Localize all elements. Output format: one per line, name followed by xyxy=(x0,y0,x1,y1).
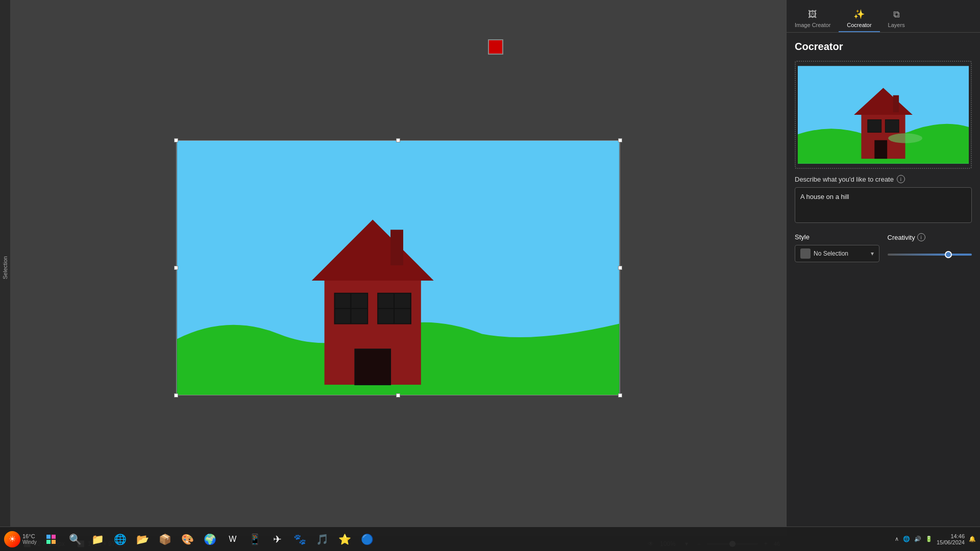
svg-rect-9 xyxy=(355,349,390,385)
weather-desc: Windy xyxy=(22,539,37,545)
weather-icon: ☀ xyxy=(4,531,20,547)
style-col: Style No Selection ▾ xyxy=(795,233,879,262)
network-icon: 🌐 xyxy=(903,536,910,542)
taskbar-app6[interactable]: ⭐ xyxy=(335,529,355,549)
tab-cocreator[interactable]: ✨ Cocreator xyxy=(839,6,879,32)
cocreator-title: Cocreator xyxy=(795,41,972,53)
taskbar-search[interactable]: 🔍 xyxy=(65,529,86,549)
taskbar-apps: 🔍 📁 🌐 📂 📦 🎨 🌍 W 📱 ✈ 🐾 🎵 ⭐ 🔵 xyxy=(65,529,378,549)
creativity-thumb xyxy=(945,251,952,258)
describe-label: Describe what you'd like to create i xyxy=(795,175,972,183)
creativity-label-text: Creativity xyxy=(888,234,915,241)
taskbar-browser[interactable]: 🔵 xyxy=(357,529,378,549)
prompt-textarea[interactable]: A house on a hill xyxy=(795,187,972,223)
svg-rect-18 xyxy=(893,95,899,113)
creativity-slider[interactable] xyxy=(888,254,972,256)
taskbar-app4[interactable]: W xyxy=(223,529,243,549)
svg-rect-20 xyxy=(46,535,51,539)
notification-icon[interactable]: 🔔 xyxy=(969,536,976,542)
weather-widget: ☀ 16°C Windy xyxy=(4,531,37,547)
tab-image-creator-label: Image Creator xyxy=(795,22,830,28)
chevron-down-icon: ▾ xyxy=(871,250,874,257)
time-display: 14:46 xyxy=(937,533,965,539)
taskbar: ☀ 16°C Windy 🔍 📁 🌐 📂 📦 🎨 🌍 W 📱 ✈ 🐾 🎵 ⭐ 🔵 xyxy=(0,527,980,551)
panel-tabs: 🖼 Image Creator ✨ Cocreator ⧉ Layers xyxy=(787,0,980,33)
svg-rect-21 xyxy=(52,535,56,539)
taskbar-app3[interactable]: 🌍 xyxy=(200,529,220,549)
taskbar-telegram[interactable]: ✈ xyxy=(267,529,288,549)
creativity-col: Creativity i xyxy=(888,233,972,262)
style-icon xyxy=(800,248,811,259)
creativity-slider-wrapper xyxy=(888,245,972,256)
image-creator-icon: 🖼 xyxy=(808,9,817,20)
svg-rect-16 xyxy=(885,120,899,133)
taskbar-whatsapp[interactable]: 📱 xyxy=(245,529,265,549)
preview-border xyxy=(795,61,972,169)
chevron-up-icon[interactable]: ∧ xyxy=(895,536,899,542)
style-select-dropdown[interactable]: No Selection ▾ xyxy=(795,245,879,262)
describe-info-icon[interactable]: i xyxy=(897,175,905,183)
windows-logo-icon xyxy=(46,535,56,544)
handle-tr[interactable] xyxy=(618,138,622,142)
describe-text: Describe what you'd like to create xyxy=(795,176,894,183)
svg-rect-17 xyxy=(874,140,887,159)
style-label-text: Style xyxy=(795,233,810,241)
handle-mr[interactable] xyxy=(618,266,622,270)
tab-image-creator[interactable]: 🖼 Image Creator xyxy=(787,6,839,32)
cocreator-icon: ✨ xyxy=(853,9,865,20)
handle-bl[interactable] xyxy=(174,393,178,397)
taskbar-datetime: 14:46 15/06/2024 xyxy=(937,533,965,545)
style-creativity-row: Style No Selection ▾ Creativity i xyxy=(795,233,972,262)
selection-sidebar-label: Selection xyxy=(2,256,8,279)
weather-info: 16°C Windy xyxy=(22,533,37,545)
creativity-info-icon[interactable]: i xyxy=(917,233,925,241)
svg-point-19 xyxy=(888,133,922,143)
taskbar-edge[interactable]: 🌐 xyxy=(110,529,131,549)
handle-tl[interactable] xyxy=(174,138,178,142)
date-display: 15/06/2024 xyxy=(937,539,965,545)
taskbar-app1[interactable]: 📦 xyxy=(155,529,176,549)
tab-cocreator-label: Cocreator xyxy=(847,22,871,28)
canvas-container[interactable] xyxy=(10,0,786,536)
handle-tm[interactable] xyxy=(396,138,400,142)
style-select-value: No Selection xyxy=(814,250,848,257)
paint-canvas-svg xyxy=(176,140,620,395)
audio-icon: 🔊 xyxy=(914,536,921,542)
handle-bm[interactable] xyxy=(396,393,400,397)
style-label: Style xyxy=(795,233,879,241)
tab-layers-label: Layers xyxy=(888,22,905,28)
preview-image xyxy=(798,64,969,166)
svg-rect-22 xyxy=(46,540,51,544)
layers-icon: ⧉ xyxy=(893,9,900,20)
handle-br[interactable] xyxy=(618,393,622,397)
cocreator-content: Cocreator xyxy=(787,33,980,551)
start-button[interactable] xyxy=(41,529,61,549)
svg-rect-23 xyxy=(52,540,56,544)
taskbar-files[interactable]: 📁 xyxy=(88,529,108,549)
canvas-wrapper xyxy=(176,140,620,395)
handle-ml[interactable] xyxy=(174,266,178,270)
svg-rect-11 xyxy=(390,230,403,265)
taskbar-spotify[interactable]: 🎵 xyxy=(312,529,333,549)
right-panel: 🖼 Image Creator ✨ Cocreator ⧉ Layers Coc… xyxy=(786,0,980,551)
selection-sidebar: Selection xyxy=(0,0,10,536)
taskbar-app2[interactable]: 🎨 xyxy=(178,529,198,549)
tab-layers[interactable]: ⧉ Layers xyxy=(880,6,913,32)
preview-svg xyxy=(798,64,969,166)
battery-icon: 🔋 xyxy=(925,536,933,542)
taskbar-explorer[interactable]: 📂 xyxy=(133,529,153,549)
svg-rect-15 xyxy=(868,120,881,133)
weather-temp: 16°C xyxy=(22,533,37,539)
creativity-label: Creativity i xyxy=(888,233,972,241)
taskbar-right: ∧ 🌐 🔊 🔋 14:46 15/06/2024 🔔 xyxy=(895,533,976,545)
main-area: Selection xyxy=(0,0,786,551)
foreground-color[interactable] xyxy=(488,39,503,55)
taskbar-app5[interactable]: 🐾 xyxy=(290,529,310,549)
